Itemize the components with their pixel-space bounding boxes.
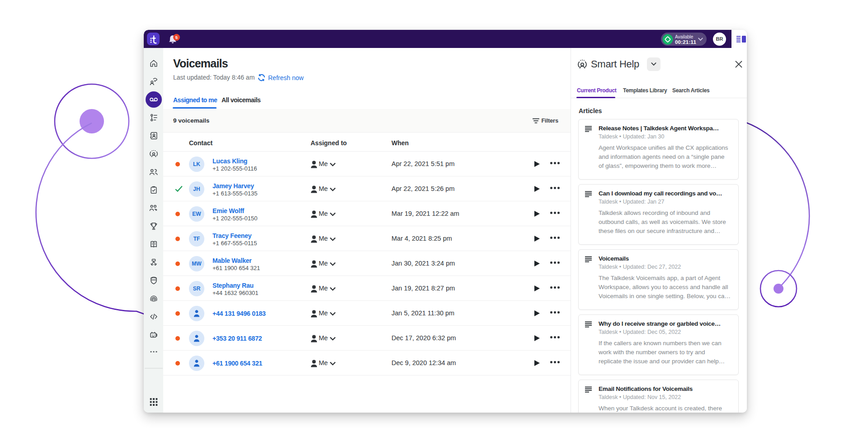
svg-text:5: 5 xyxy=(175,35,178,40)
